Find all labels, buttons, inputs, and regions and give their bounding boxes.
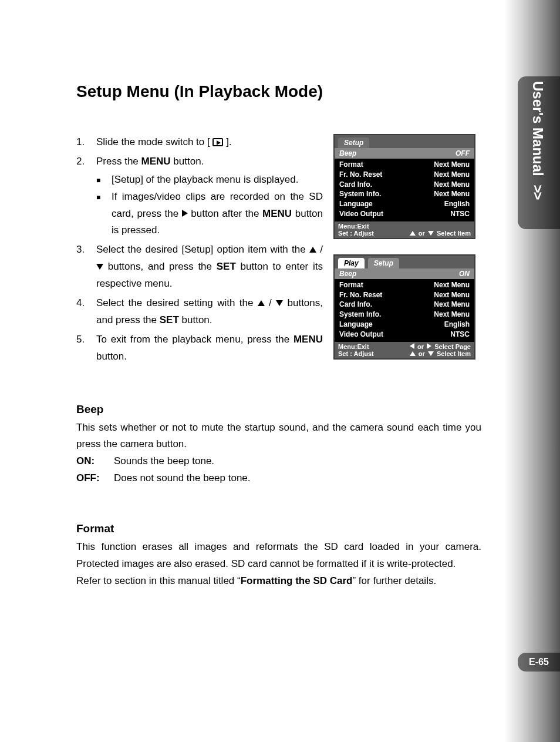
lcd-menu-row: Video OutputNTSC: [339, 209, 470, 219]
step-body: Press the MENU button. ■ [Setup] of the …: [96, 153, 323, 239]
step-2: 2. Press the MENU button. ■ [Setup] of t…: [76, 153, 323, 239]
definition-term: ON:: [76, 453, 114, 470]
chevron-right-icon: >>: [529, 184, 546, 199]
sub-item: ■ [Setup] of the playback menu is displa…: [96, 172, 323, 189]
lcd-menu-row: FormatNext Menu: [339, 280, 470, 290]
right-arrow-icon: [427, 343, 431, 349]
down-arrow-icon: [96, 264, 103, 270]
bullet-icon: ■: [96, 172, 112, 189]
lcd-menu-row: Fr. No. ResetNext Menu: [339, 170, 470, 180]
page-number-tab: E-65: [518, 653, 560, 672]
lcd-menu-row: FormatNext Menu: [339, 160, 470, 170]
lcd-footer: Menu:Exit Set : Adjust or Select Item: [335, 221, 474, 238]
lcd-tab-row: Setup: [335, 135, 474, 148]
section-description: This sets whether or not to mute the sta…: [76, 419, 481, 454]
beep-section: Beep This sets whether or not to mute th…: [76, 403, 481, 488]
lcd-highlight-label: Beep: [339, 149, 456, 157]
lcd-menu-row: LanguageEnglish: [339, 199, 470, 209]
step-3: 3. Select the desired [Setup] option ite…: [76, 241, 323, 293]
step-5: 5. To exit from the playback menu, press…: [76, 331, 323, 365]
lcd-menu-row: Fr. No. ResetNext Menu: [339, 290, 470, 300]
definition-term: OFF:: [76, 470, 114, 487]
up-arrow-icon: [410, 231, 416, 236]
lcd-tab-setup: Setup: [368, 258, 399, 268]
down-arrow-icon: [428, 351, 434, 356]
playback-mode-icon: [212, 138, 223, 146]
camera-lcd-screenshot-2: Play Setup Beep ON FormatNext Menu Fr. N…: [333, 254, 475, 360]
step-body: Slide the mode switch to [ ].: [96, 134, 323, 151]
step-body: To exit from the playback menu, press th…: [96, 331, 323, 365]
bullet-icon: ■: [96, 189, 112, 240]
lcd-menu-row: System Info.Next Menu: [339, 310, 470, 320]
definition-row: OFF: Does not sound the beep tone.: [76, 470, 481, 487]
definition-row: ON: Sounds the beep tone.: [76, 453, 481, 470]
lcd-body: FormatNext Menu Fr. No. ResetNext Menu C…: [335, 159, 474, 221]
definition-text: Does not sound the beep tone.: [114, 470, 481, 487]
lcd-highlight-row: Beep OFF: [335, 148, 474, 159]
page-number: E-65: [529, 657, 549, 667]
definition-text: Sounds the beep tone.: [114, 453, 481, 470]
step-4: 4. Select the desired setting with the /…: [76, 295, 323, 329]
lcd-tab-setup: Setup: [338, 137, 369, 148]
step-body: Select the desired setting with the / bu…: [96, 295, 323, 329]
page-content: Setup Menu (In Playback Mode) 1. Slide t…: [76, 82, 481, 590]
lcd-tab-play: Play: [338, 258, 365, 268]
step-number: 1.: [76, 134, 96, 151]
side-tab-text: User's Manual: [530, 81, 546, 176]
side-tab: User's Manual >>: [518, 76, 560, 229]
up-arrow-icon: [309, 247, 316, 253]
section-paragraph: This function erases all images and refo…: [76, 539, 481, 573]
step-1: 1. Slide the mode switch to [ ].: [76, 134, 323, 151]
lcd-menu-row: LanguageEnglish: [339, 320, 470, 330]
page-title: Setup Menu (In Playback Mode): [76, 82, 481, 101]
section-title: Format: [76, 522, 481, 535]
screenshot-column: Setup Beep OFF FormatNext Menu Fr. No. R…: [333, 134, 475, 360]
up-arrow-icon: [258, 300, 265, 306]
two-column-layout: 1. Slide the mode switch to [ ]. 2. Pres…: [76, 134, 481, 368]
step-number: 2.: [76, 153, 96, 239]
lcd-footer: Menu:Exit or Select Page Set : Adjust or…: [335, 342, 474, 358]
section-title: Beep: [76, 403, 481, 416]
lcd-highlight-value: OFF: [456, 149, 470, 157]
camera-lcd-screenshot-1: Setup Beep OFF FormatNext Menu Fr. No. R…: [333, 134, 475, 239]
lcd-menu-row: Video OutputNTSC: [339, 330, 470, 340]
lcd-menu-row: Card Info.Next Menu: [339, 300, 470, 310]
step-number: 3.: [76, 241, 96, 293]
lcd-highlight-row: Beep ON: [335, 268, 474, 279]
left-arrow-icon: [410, 343, 414, 349]
step-number: 4.: [76, 295, 96, 329]
instruction-column: 1. Slide the mode switch to [ ]. 2. Pres…: [76, 134, 323, 368]
sub-item: ■ If images/video clips are recorded on …: [96, 189, 323, 240]
down-arrow-icon: [276, 300, 283, 306]
lcd-tab-row: Play Setup: [335, 256, 474, 268]
step-body: Select the desired [Setup] option item w…: [96, 241, 323, 293]
right-arrow-icon: [182, 210, 188, 217]
steps-list: 1. Slide the mode switch to [ ]. 2. Pres…: [76, 134, 323, 365]
lcd-highlight-label: Beep: [339, 270, 459, 278]
section-paragraph: Refer to section in this manual titled “…: [76, 573, 481, 590]
side-tab-label: User's Manual >>: [529, 81, 546, 199]
lcd-highlight-value: ON: [459, 270, 470, 278]
lcd-menu-row: System Info.Next Menu: [339, 189, 470, 199]
lcd-body: FormatNext Menu Fr. No. ResetNext Menu C…: [335, 279, 474, 342]
down-arrow-icon: [428, 231, 434, 236]
format-section: Format This function erases all images a…: [76, 522, 481, 590]
lcd-menu-row: Card Info.Next Menu: [339, 180, 470, 190]
sub-list: ■ [Setup] of the playback menu is displa…: [96, 172, 323, 240]
step-number: 5.: [76, 331, 96, 365]
up-arrow-icon: [410, 351, 416, 356]
